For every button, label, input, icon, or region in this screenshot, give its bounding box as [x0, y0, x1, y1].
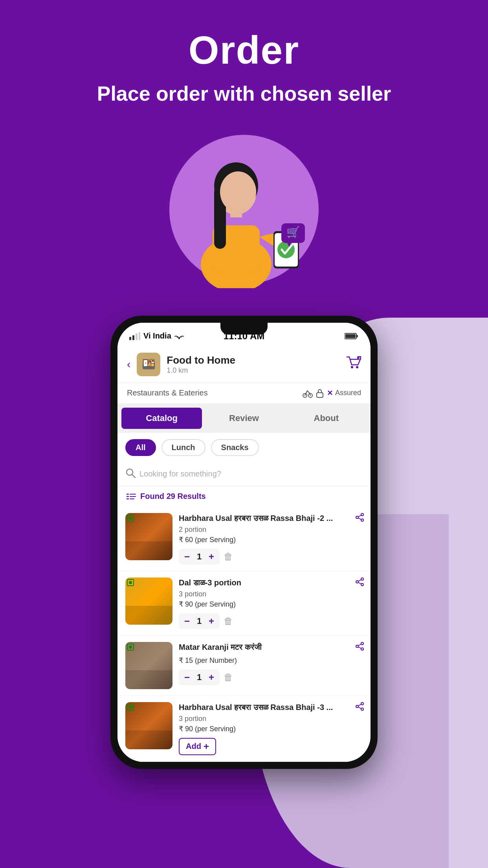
food-details-3: Matar Karanji मटर करंजी ₹ 15 (per Number…: [179, 642, 363, 689]
signal-icon: [129, 332, 140, 340]
svg-point-42: [361, 583, 363, 586]
svg-text:2: 2: [358, 356, 360, 360]
svg-point-38: [356, 516, 358, 519]
share-icon-3: [356, 642, 364, 651]
assured-x: ✕: [327, 389, 333, 397]
restaurant-info: Food to Home 1.0 km: [167, 354, 235, 375]
page-subtitle: Place order with chosen seller: [73, 81, 415, 107]
food-portion-1: 2 portion: [179, 526, 363, 534]
share-icon-1: [356, 513, 364, 522]
svg-point-43: [356, 581, 358, 583]
delete-btn-2[interactable]: 🗑: [224, 616, 233, 627]
cart-header-icon[interactable]: 2: [346, 356, 361, 373]
svg-line-45: [358, 582, 361, 584]
svg-point-22: [356, 366, 358, 368]
qty-plus-3[interactable]: +: [209, 672, 214, 683]
food-actions-4: Add +: [179, 738, 363, 755]
page-title: Order: [189, 28, 299, 73]
veg-badge-4: [127, 704, 134, 711]
search-svg: [125, 468, 136, 478]
share-btn-2[interactable]: [356, 577, 364, 588]
delete-btn-1[interactable]: 🗑: [224, 551, 233, 562]
svg-point-52: [361, 708, 363, 710]
restaurant-name: Food to Home: [167, 354, 235, 366]
food-price-1: ₹ 60 (per Serving): [179, 535, 363, 544]
header-left: ‹ 🍱 Food to Home 1.0 km: [127, 353, 235, 376]
food-actions-2: − 1 + 🗑: [179, 613, 363, 629]
qty-controls-2: − 1 +: [179, 613, 220, 629]
tab-about[interactable]: About: [286, 408, 367, 429]
svg-rect-19: [345, 334, 356, 338]
qty-minus-3[interactable]: −: [184, 672, 190, 683]
cycling-icon: [302, 388, 313, 399]
svg-rect-16: [139, 332, 140, 340]
food-item-4: Harbhara Usal हरबरा उसळ Rassa Bhaji -3 .…: [117, 696, 371, 762]
qty-value-1: 1: [195, 552, 203, 562]
search-icon: [125, 468, 136, 480]
tab-catalog[interactable]: Catalog: [121, 408, 202, 429]
svg-line-40: [358, 518, 361, 519]
food-actions-1: − 1 + 🗑: [179, 549, 363, 565]
app-header: ‹ 🍱 Food to Home 1.0 km: [117, 346, 371, 383]
svg-point-9: [277, 241, 295, 258]
assured-badge: ✕ Assured: [302, 388, 361, 399]
results-header: Found 29 Results: [117, 486, 371, 507]
svg-rect-15: [136, 333, 138, 340]
share-icon-2: [356, 577, 364, 586]
wifi-icon: [174, 333, 184, 340]
svg-point-53: [356, 705, 358, 708]
lock-icon: [315, 388, 325, 398]
filter-lunch[interactable]: Lunch: [161, 439, 205, 456]
svg-point-6: [220, 171, 256, 212]
food-name-1: Harbhara Usal हरबरा उसळ Rassa Bhaji -2 .…: [179, 513, 363, 523]
search-input[interactable]: Looking for something?: [139, 469, 221, 478]
svg-text:🛒: 🛒: [286, 226, 300, 239]
qty-value-2: 1: [195, 616, 203, 626]
filter-snacks[interactable]: Snacks: [211, 439, 259, 456]
svg-rect-27: [317, 393, 323, 397]
veg-badge-1: [127, 515, 134, 522]
svg-point-46: [361, 642, 363, 645]
tab-review[interactable]: Review: [204, 408, 284, 429]
status-right: [345, 333, 359, 340]
phone-notch: [220, 323, 268, 335]
qty-controls-1: − 1 +: [179, 549, 220, 565]
restaurant-distance: 1.0 km: [167, 366, 188, 374]
food-item-3: Matar Karanji मटर करंजी ₹ 15 (per Number…: [117, 636, 371, 696]
food-image-4: [125, 702, 172, 749]
add-button-4[interactable]: Add +: [179, 738, 216, 755]
delete-btn-3[interactable]: 🗑: [224, 672, 233, 683]
food-price-3: ₹ 15 (per Number): [179, 656, 363, 665]
tags-bar: Restaurants & Eateries ✕ Assured: [117, 383, 371, 404]
phone-mockup: Vi India 11:10 AM: [110, 316, 378, 769]
svg-line-54: [358, 704, 361, 706]
results-count: Found 29 Results: [140, 492, 206, 501]
qty-plus-1[interactable]: +: [209, 551, 214, 562]
add-plus-icon: +: [204, 741, 209, 752]
svg-line-49: [358, 644, 361, 645]
filter-all[interactable]: All: [125, 439, 156, 456]
svg-line-39: [358, 515, 361, 517]
svg-point-21: [351, 366, 353, 368]
restaurant-logo: 🍱: [137, 353, 160, 376]
food-list: Harbhara Usal हरबरा उसळ Rassa Bhaji -2 .…: [117, 507, 371, 762]
share-btn-3[interactable]: [356, 642, 364, 653]
food-actions-3: − 1 + 🗑: [179, 669, 363, 685]
food-details-1: Harbhara Usal हरबरा उसळ Rassa Bhaji -2 .…: [179, 513, 363, 565]
qty-minus-1[interactable]: −: [184, 551, 190, 562]
share-icon-4: [356, 702, 364, 711]
qty-minus-2[interactable]: −: [184, 616, 190, 627]
share-btn-1[interactable]: [356, 513, 364, 524]
food-image-1: [125, 513, 172, 560]
food-price-2: ₹ 90 (per Serving): [179, 600, 363, 609]
list-icon: [125, 491, 136, 502]
svg-line-44: [358, 579, 361, 581]
share-btn-4[interactable]: [356, 702, 364, 713]
food-name-2: Dal डाळ-3 portion: [179, 577, 363, 588]
svg-rect-20: [356, 335, 358, 337]
svg-point-48: [356, 645, 358, 647]
food-details-2: Dal डाळ-3 portion 3 portion ₹ 90 (per Se…: [179, 577, 363, 629]
qty-plus-2[interactable]: +: [209, 616, 214, 627]
qty-controls-3: − 1 +: [179, 669, 220, 685]
back-button[interactable]: ‹: [127, 358, 130, 371]
